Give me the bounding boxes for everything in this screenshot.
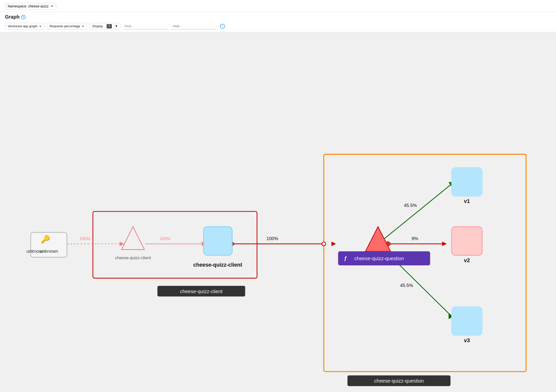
arrow-question-to-v2 xyxy=(442,242,447,246)
graph-type-dropdown[interactable]: Versioned app graph ▼ xyxy=(5,23,44,29)
node-client-triangle-label: cheese-quizz-client xyxy=(115,255,151,260)
node-unknown-label2: unknown xyxy=(40,249,58,254)
toolbar: Versioned app graph ▼ Requests percentag… xyxy=(0,21,556,32)
metric-type-label: Requests percentage xyxy=(50,24,80,28)
node-client-triangle[interactable] xyxy=(122,227,144,250)
chevron-down-icon: ▼ xyxy=(51,4,54,8)
header: Namespace: cheese-quizz ▼ Graph ? Versio… xyxy=(0,0,556,32)
node-v2-label: v2 xyxy=(464,257,470,263)
edge-label-triangle-box: 100% xyxy=(160,236,170,241)
graph-svg: 100% 100% 100% 9% 45.5% 45.5% 🔑 un xyxy=(0,32,556,392)
find-input[interactable] xyxy=(123,23,168,29)
edge-label-question-v2: 9% xyxy=(412,236,418,241)
edge-label-question-v1: 45.5% xyxy=(404,203,417,208)
namespace-selector[interactable]: Namespace: cheese-quizz ▼ xyxy=(5,3,56,9)
graph-help-icon[interactable]: ? xyxy=(21,15,26,19)
key-icon: 🔑 xyxy=(41,235,50,244)
display-dropdown[interactable]: Display 7 ▼ xyxy=(90,23,120,29)
node-v1-label: v1 xyxy=(464,198,470,204)
tooltip-client-label: cheese-quizz-client xyxy=(180,289,223,294)
edge-circle-question-in xyxy=(322,242,326,246)
node-v2[interactable] xyxy=(452,227,482,255)
graph-type-label: Versioned app graph xyxy=(8,24,37,28)
node-v1[interactable] xyxy=(452,168,482,196)
display-count: 7 xyxy=(107,24,112,28)
node-v3-label: v3 xyxy=(464,337,470,343)
node-question-service-label: cheese-quizz-question xyxy=(354,256,404,261)
metric-type-dropdown[interactable]: Requests percentage ▼ xyxy=(47,23,87,29)
arrow-client-to-question xyxy=(331,242,336,246)
graph-canvas: 100% 100% 100% 9% 45.5% 45.5% 🔑 un xyxy=(0,32,556,392)
tooltip-question-label: cheese-quizz-question xyxy=(374,378,424,384)
chevron-down-icon: ▼ xyxy=(82,25,84,28)
edge-label-question-v3: 45.5% xyxy=(400,283,413,288)
chevron-down-icon: ▼ xyxy=(113,23,120,29)
node-v3[interactable] xyxy=(452,307,482,335)
toolbar-help-icon[interactable]: ? xyxy=(220,24,225,29)
edge-label-unknown-client: 100% xyxy=(80,236,90,241)
hide-input[interactable] xyxy=(171,23,216,29)
namespace-label: Namespace: cheese-quizz xyxy=(8,4,49,8)
edge-question-to-v1 xyxy=(378,184,452,244)
page-title: Graph xyxy=(5,14,20,20)
node-client-box-label: cheese-quizz-client xyxy=(193,262,242,268)
node-question-triangle[interactable] xyxy=(365,227,391,252)
chevron-down-icon: ▼ xyxy=(39,25,42,28)
node-question-service-icon: ƒ xyxy=(344,255,347,261)
display-label: Display xyxy=(90,23,106,29)
node-client-box[interactable] xyxy=(204,227,232,255)
edge-label-client-question: 100% xyxy=(267,236,278,241)
